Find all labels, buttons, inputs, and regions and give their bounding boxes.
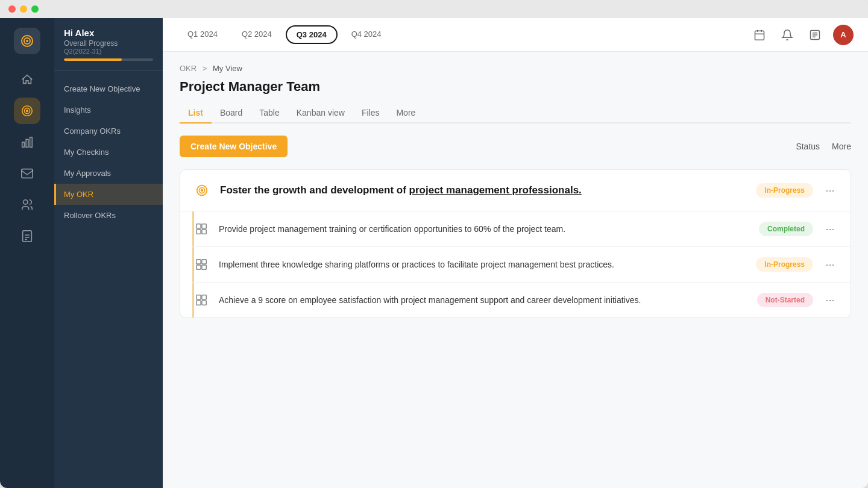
svg-point-10 xyxy=(24,200,28,204)
title-bar xyxy=(0,0,868,18)
report-icon[interactable] xyxy=(14,223,40,249)
toolbar-right: Status More xyxy=(796,142,851,151)
maximize-dot[interactable] xyxy=(31,5,39,13)
objective-card: Foster the growth and development of pro… xyxy=(180,169,851,318)
sidebar-period: Q2(2022-31) xyxy=(64,48,153,55)
q4-tab[interactable]: Q4 2024 xyxy=(341,25,392,44)
target-icon xyxy=(20,34,34,48)
kr-status-badge-2: In-Progress xyxy=(756,257,813,272)
svg-rect-15 xyxy=(755,31,764,40)
users-icon[interactable] xyxy=(14,192,40,218)
calendar-icon[interactable] xyxy=(750,25,769,45)
content-area: OKR > My View Project Manager Team List … xyxy=(163,52,868,488)
objective-status-badge: In-Progress xyxy=(756,183,813,198)
kr-more-button-3[interactable]: ··· xyxy=(822,292,838,308)
mail-icon[interactable] xyxy=(14,160,40,187)
kr-item-2: Implement three knowledge sharing platfo… xyxy=(192,247,851,283)
user-avatar[interactable]: A xyxy=(833,25,854,45)
minimize-dot[interactable] xyxy=(20,5,27,13)
objective-target-icon xyxy=(192,181,212,200)
svg-rect-9 xyxy=(22,169,33,178)
page-title: Project Manager Team xyxy=(180,79,851,95)
q1-tab[interactable]: Q1 2024 xyxy=(177,25,228,44)
status-label: Status xyxy=(796,142,820,151)
more-label: More xyxy=(832,142,851,151)
sidebar-item-my-checkins[interactable]: My Checkins xyxy=(54,142,163,163)
tab-list[interactable]: List xyxy=(180,103,212,124)
kr-more-button-1[interactable]: ··· xyxy=(822,221,838,237)
svg-rect-27 xyxy=(202,224,206,228)
breadcrumb-separator: > xyxy=(203,64,207,73)
kr-status-badge-1: Completed xyxy=(759,222,813,236)
objective-title-link: project management professionals. xyxy=(409,184,582,196)
sidebar-item-company-okrs[interactable]: Company OKRs xyxy=(54,120,163,142)
sidebar-item-my-approvals[interactable]: My Approvals xyxy=(54,163,163,184)
objective-title-plain: Foster the growth and development of xyxy=(220,184,409,196)
sidebar-item-create-new-objective[interactable]: Create New Objective xyxy=(54,78,163,99)
sidebar-header: Hi Alex Overall Progress Q2(2022-31) xyxy=(54,28,163,71)
tab-board[interactable]: Board xyxy=(212,103,251,124)
svg-rect-6 xyxy=(22,142,25,147)
sidebar-item-insights[interactable]: Insights xyxy=(54,99,163,120)
create-objective-button[interactable]: Create New Objective xyxy=(180,136,288,157)
kr-more-button-2[interactable]: ··· xyxy=(822,256,838,273)
app-logo xyxy=(14,28,40,54)
svg-rect-29 xyxy=(202,230,206,234)
q3-tab[interactable]: Q3 2024 xyxy=(286,25,338,44)
view-tabs: List Board Table Kanban view Files More xyxy=(180,103,851,124)
svg-point-5 xyxy=(27,110,28,112)
objective-more-button[interactable]: ··· xyxy=(822,182,838,199)
svg-rect-37 xyxy=(202,301,206,305)
svg-rect-26 xyxy=(197,224,201,228)
tab-more[interactable]: More xyxy=(388,103,424,124)
kr-icon-1 xyxy=(192,220,210,238)
kr-line-2 xyxy=(192,247,194,282)
topbar: Q1 2024 Q2 2024 Q3 2024 Q4 2024 A xyxy=(163,18,868,52)
sidebar: Hi Alex Overall Progress Q2(2022-31) Cre… xyxy=(54,18,163,488)
kr-line-3 xyxy=(192,283,194,318)
kr-line-1 xyxy=(192,211,194,246)
kr-icon-3 xyxy=(192,291,210,309)
sidebar-progress-label: Overall Progress xyxy=(64,39,153,48)
sidebar-progress-bar xyxy=(64,58,122,61)
kr-status-badge-3: Not-Started xyxy=(757,293,813,307)
svg-rect-30 xyxy=(197,260,201,264)
bell-icon[interactable] xyxy=(778,25,797,45)
okr-icon[interactable] xyxy=(14,98,40,124)
sidebar-item-rollover-okrs[interactable]: Rollover OKRs xyxy=(54,205,163,226)
tab-files[interactable]: Files xyxy=(353,103,388,124)
breadcrumb-root: OKR xyxy=(180,64,197,73)
q2-tab[interactable]: Q2 2024 xyxy=(231,25,282,44)
svg-point-25 xyxy=(201,190,203,192)
kr-text-2: Implement three knowledge sharing platfo… xyxy=(219,258,747,271)
sidebar-progress-bar-wrap xyxy=(64,58,153,61)
topbar-right: A xyxy=(750,25,854,45)
svg-rect-32 xyxy=(197,265,201,269)
chart-icon[interactable] xyxy=(14,129,40,155)
svg-rect-7 xyxy=(26,139,28,147)
quarter-tabs: Q1 2024 Q2 2024 Q3 2024 Q4 2024 xyxy=(177,25,392,44)
toolbar: Create New Objective Status More xyxy=(180,136,851,157)
kr-item-3: Achieve a 9 score on employee satisfacti… xyxy=(192,283,851,318)
sidebar-nav: Create New Objective Insights Company OK… xyxy=(54,78,163,226)
svg-rect-34 xyxy=(197,295,201,299)
icon-rail xyxy=(0,18,54,488)
svg-rect-35 xyxy=(202,295,206,299)
note-icon[interactable] xyxy=(805,25,825,45)
svg-rect-31 xyxy=(202,260,206,264)
app-window: Hi Alex Overall Progress Q2(2022-31) Cre… xyxy=(0,0,868,488)
kr-item-1: Provide project management training or c… xyxy=(192,211,851,247)
close-dot[interactable] xyxy=(8,5,16,13)
objective-header: Foster the growth and development of pro… xyxy=(180,170,851,211)
home-icon[interactable] xyxy=(14,66,40,93)
svg-point-2 xyxy=(27,40,28,42)
sidebar-greeting: Hi Alex xyxy=(64,28,153,38)
svg-rect-8 xyxy=(30,137,33,148)
kr-text-3: Achieve a 9 score on employee satisfacti… xyxy=(219,294,749,307)
tab-table[interactable]: Table xyxy=(251,103,288,124)
tab-kanban[interactable]: Kanban view xyxy=(288,103,353,124)
objective-title: Foster the growth and development of pro… xyxy=(220,183,747,198)
breadcrumb-current: My View xyxy=(213,64,242,73)
key-results-list: Provide project management training or c… xyxy=(180,211,851,318)
sidebar-item-my-okr[interactable]: My OKR xyxy=(54,184,163,205)
